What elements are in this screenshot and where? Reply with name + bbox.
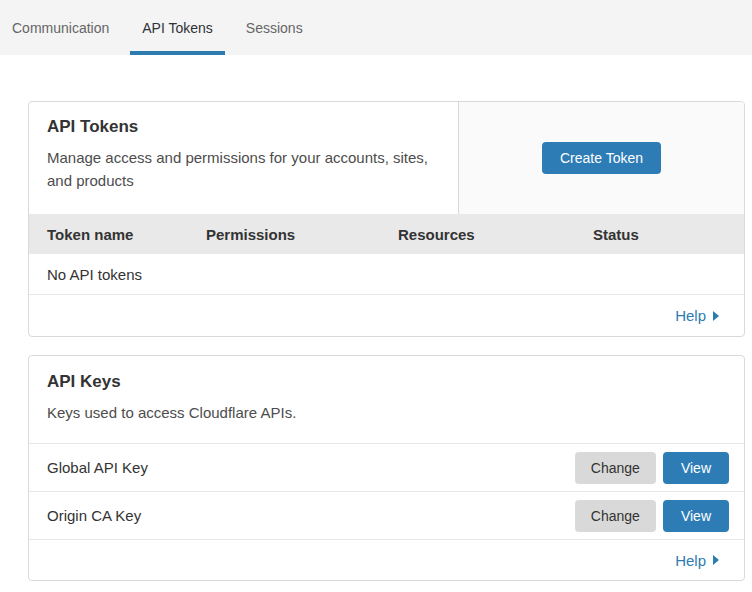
tab-api-tokens[interactable]: API Tokens <box>130 0 225 55</box>
api-tokens-card-header-text: API Tokens Manage access and permissions… <box>29 102 459 214</box>
create-token-button[interactable]: Create Token <box>542 142 661 174</box>
active-tab-indicator <box>130 51 225 55</box>
origin-ca-key-change-button[interactable]: Change <box>575 500 656 532</box>
origin-ca-key-label: Origin CA Key <box>47 507 575 524</box>
api-tokens-card-header: API Tokens Manage access and permissions… <box>29 102 744 214</box>
global-api-key-row: Global API Key Change View <box>29 443 744 491</box>
global-api-key-view-button[interactable]: View <box>663 452 729 484</box>
origin-ca-key-row: Origin CA Key Change View <box>29 491 744 539</box>
origin-ca-key-view-button[interactable]: View <box>663 500 729 532</box>
tab-communication[interactable]: Communication <box>0 0 121 55</box>
page-content: API Tokens Manage access and permissions… <box>28 101 745 581</box>
tokens-table-empty-row: No API tokens <box>29 254 744 295</box>
api-tokens-card-footer: Help <box>29 295 744 336</box>
api-keys-card-header: API Keys Keys used to access Cloudflare … <box>29 356 744 443</box>
api-tokens-help-label: Help <box>675 307 706 324</box>
api-tokens-card-header-action: Create Token <box>459 102 744 214</box>
tab-communication-label: Communication <box>12 20 109 36</box>
global-api-key-label: Global API Key <box>47 459 575 476</box>
help-arrow-icon <box>713 555 719 565</box>
api-keys-description: Keys used to access Cloudflare APIs. <box>47 401 726 424</box>
api-tokens-description: Manage access and permissions for your a… <box>47 146 434 192</box>
api-keys-card-footer: Help <box>29 539 744 580</box>
tab-sessions[interactable]: Sessions <box>234 0 315 55</box>
global-api-key-change-button[interactable]: Change <box>575 452 656 484</box>
api-tokens-help-link[interactable]: Help <box>675 307 719 324</box>
column-header-token-name: Token name <box>29 226 206 243</box>
api-keys-help-label: Help <box>675 552 706 569</box>
api-keys-card: API Keys Keys used to access Cloudflare … <box>28 355 745 581</box>
tab-api-tokens-label: API Tokens <box>142 20 213 36</box>
column-header-permissions: Permissions <box>206 226 398 243</box>
column-header-resources: Resources <box>398 226 593 243</box>
tab-bar: Communication API Tokens Sessions <box>0 0 752 55</box>
help-arrow-icon <box>713 311 719 321</box>
api-keys-title: API Keys <box>47 372 726 392</box>
tokens-table-header: Token name Permissions Resources Status <box>29 214 744 254</box>
column-header-status: Status <box>593 226 744 243</box>
tab-sessions-label: Sessions <box>246 20 303 36</box>
api-tokens-title: API Tokens <box>47 117 434 137</box>
api-keys-help-link[interactable]: Help <box>675 552 719 569</box>
tokens-empty-message: No API tokens <box>47 266 142 283</box>
api-tokens-card: API Tokens Manage access and permissions… <box>28 101 745 337</box>
